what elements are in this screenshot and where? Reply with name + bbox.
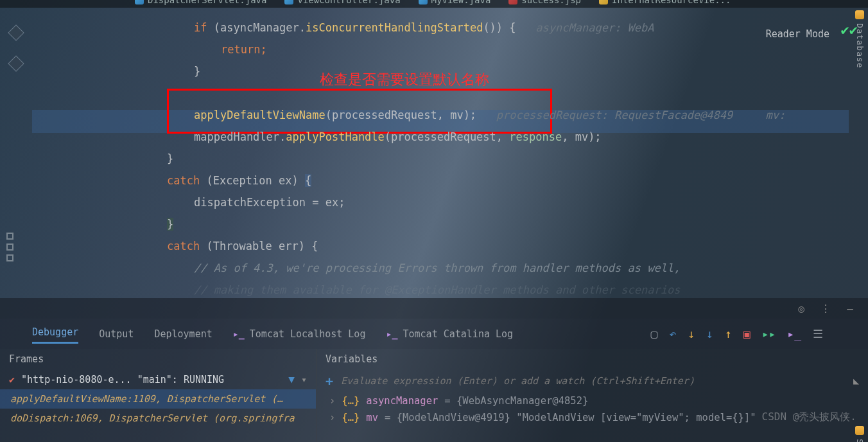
tab-output[interactable]: Output bbox=[99, 326, 134, 342]
resume-icon[interactable]: ▸▸ bbox=[762, 327, 776, 340]
variable-row[interactable]: › {…} asyncManager = {WebAsyncManager@48… bbox=[317, 393, 868, 409]
tab-label: ViewController.java bbox=[297, 0, 400, 5]
editor-tabs: DispatcherServlet.java ViewController.ja… bbox=[0, 0, 868, 8]
tab-debugger[interactable]: Debugger bbox=[32, 324, 78, 344]
editor-area: 检查是否需要设置默认名称 Reader Mode ✔✔ if (asyncMan… bbox=[0, 8, 868, 298]
object-icon: {…} bbox=[342, 395, 360, 407]
variables-title: Variables bbox=[317, 349, 868, 369]
editor-gutter[interactable] bbox=[0, 8, 32, 298]
debug-body: Frames ✔ "http-nio-8080-e... "main": RUN… bbox=[0, 349, 868, 442]
debug-toolbar: ▢ ↶ ↓ ↓ ↑ ▣ ▸▸ ▸_ ☰ bbox=[651, 327, 836, 340]
tab-dispatcher-servlet[interactable]: DispatcherServlet.java bbox=[128, 0, 273, 7]
expand-icon[interactable]: › bbox=[329, 412, 335, 423]
tab-label: DispatcherServlet.java bbox=[148, 0, 266, 5]
structure-tool-button[interactable]: Structure bbox=[855, 426, 865, 442]
watermark-text: CSDN @秃头披风侠. bbox=[762, 411, 856, 424]
stack-frame-row[interactable]: doDispatch:1069, DispatcherServlet (org.… bbox=[0, 409, 316, 428]
debug-tabs: Debugger Output Deployment ▸_ Tomcat Loc… bbox=[0, 319, 868, 349]
tab-view-controller[interactable]: ViewController.java bbox=[278, 0, 406, 7]
tab-myview[interactable]: MyView.java bbox=[412, 0, 498, 7]
tab-tomcat-catalina-log[interactable]: ▸_ Tomcat Catalina Log bbox=[386, 326, 513, 342]
more-icon[interactable]: ⋮ bbox=[819, 302, 832, 315]
chevron-down-icon[interactable]: ▾ bbox=[301, 374, 307, 385]
thread-status-icon: ✔ bbox=[9, 374, 15, 385]
evaluate-input[interactable] bbox=[341, 375, 846, 387]
fold-marker-icon[interactable] bbox=[8, 55, 24, 71]
step-over-icon[interactable]: ↓ bbox=[688, 327, 695, 340]
step-into-icon[interactable]: ↓ bbox=[706, 327, 713, 340]
thread-selector[interactable]: ✔ "http-nio-8080-e... "main": RUNNING ▼ … bbox=[0, 369, 316, 389]
add-watch-icon[interactable]: + bbox=[326, 373, 333, 389]
evaluate-icon[interactable]: ▸_ bbox=[787, 327, 801, 340]
resource-file-icon bbox=[599, 0, 608, 4]
tab-success-jsp[interactable]: success.jsp bbox=[502, 0, 587, 7]
variables-pane: Variables + ◣ › {…} asyncManager = {WebA… bbox=[317, 349, 868, 442]
structure-icon bbox=[855, 426, 864, 435]
tab-tomcat-localhost-log[interactable]: ▸_ Tomcat Localhost Log bbox=[233, 326, 366, 342]
frames-pane: Frames ✔ "http-nio-8080-e... "main": RUN… bbox=[0, 349, 317, 442]
stack-frame-row[interactable]: applyDefaultViewName:1109, DispatcherSer… bbox=[0, 389, 316, 409]
java-file-icon bbox=[135, 0, 144, 4]
database-icon bbox=[855, 10, 864, 19]
log-icon: ▸_ bbox=[233, 328, 245, 340]
object-icon: {…} bbox=[342, 412, 360, 423]
tab-label: InternalResourceVie... bbox=[612, 0, 731, 5]
step-back-icon[interactable]: ↶ bbox=[669, 327, 676, 340]
java-file-icon bbox=[284, 0, 293, 4]
filter-icon[interactable]: ▼ bbox=[288, 373, 295, 385]
code-editor[interactable]: 检查是否需要设置默认名称 Reader Mode ✔✔ if (asyncMan… bbox=[32, 8, 868, 298]
tab-label: MyView.java bbox=[431, 0, 491, 5]
target-icon[interactable]: ◎ bbox=[795, 302, 808, 315]
settings-icon[interactable]: ☰ bbox=[813, 327, 823, 340]
gutter-markers bbox=[6, 233, 15, 278]
database-tool-button[interactable]: Database bbox=[855, 10, 865, 69]
tab-deployment[interactable]: Deployment bbox=[154, 326, 212, 342]
log-icon: ▸_ bbox=[386, 328, 397, 340]
step-out-icon[interactable]: ↑ bbox=[725, 327, 732, 340]
expand-icon[interactable]: › bbox=[329, 395, 335, 407]
tab-label: success.jsp bbox=[521, 0, 581, 5]
layout-icon[interactable]: ▢ bbox=[651, 327, 658, 340]
jsp-file-icon bbox=[508, 0, 517, 4]
right-tool-bar: Database Structure bbox=[851, 0, 868, 442]
debug-panel-header: ◎ ⋮ — bbox=[0, 298, 868, 319]
frames-title: Frames bbox=[0, 349, 316, 369]
java-file-icon bbox=[419, 0, 428, 4]
tab-internal-resource[interactable]: InternalResourceVie... bbox=[593, 0, 737, 7]
run-to-cursor-icon[interactable]: ▣ bbox=[743, 327, 751, 340]
evaluate-row: + ◣ bbox=[317, 369, 868, 393]
fold-marker-icon[interactable] bbox=[8, 24, 24, 40]
thread-label: "http-nio-8080-e... "main": RUNNING bbox=[21, 374, 282, 385]
